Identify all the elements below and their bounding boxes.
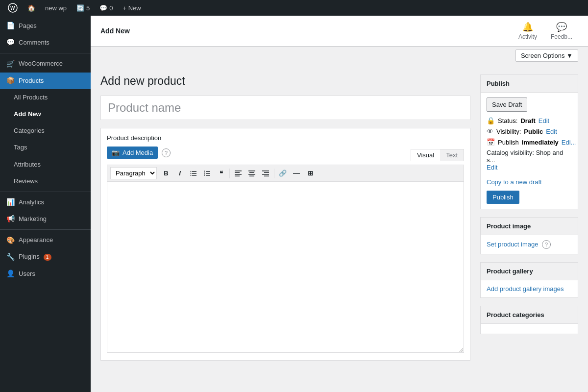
site-name-label: new wp (45, 4, 67, 12)
copy-draft-link[interactable]: Copy to a new draft (487, 178, 542, 186)
sidebar-item-pages[interactable]: 📄 Pages (0, 18, 91, 34)
product-image-panel: Product image Set product image ? (480, 217, 578, 254)
visibility-label: Visibility: (496, 128, 521, 135)
sidebar-sub-categories[interactable]: Categories (0, 122, 91, 139)
visibility-edit-link[interactable]: Edit (546, 128, 557, 135)
visibility-value: Public (524, 128, 543, 135)
help-icon[interactable]: ? (162, 148, 171, 157)
grid-button[interactable]: ⊞ (304, 168, 317, 179)
home-icon-button[interactable]: 🏠 (24, 0, 39, 16)
feedback-icon: 💬 (556, 22, 567, 32)
status-edit-link[interactable]: Edit (539, 117, 549, 124)
description-box-title: Product description (107, 134, 464, 142)
status-row: 🔒 Status: Draft Edit (487, 117, 572, 124)
hr-button[interactable] (290, 168, 303, 179)
sidebar-label-users: Users (19, 270, 35, 278)
add-media-button[interactable]: 📷 Add Media (107, 147, 158, 159)
new-content-button[interactable]: + New (119, 0, 145, 16)
sidebar-sub-attributes[interactable]: Attributes (0, 156, 91, 173)
sidebar-item-products[interactable]: 📦 Products (0, 73, 91, 89)
svg-rect-15 (235, 172, 240, 173)
sidebar-label-appearance: Appearance (19, 236, 53, 245)
publish-value: immediately (522, 139, 559, 146)
wp-logo-button[interactable]: W (4, 0, 22, 16)
updates-button[interactable]: 🔄 5 (73, 0, 94, 16)
admin-bar: W 🏠 new wp 🔄 5 💬 0 + New (0, 0, 588, 16)
svg-rect-25 (264, 175, 269, 176)
align-left-button[interactable] (232, 168, 245, 179)
product-image-help-icon[interactable]: ? (542, 240, 551, 249)
product-image-panel-header: Product image (481, 218, 578, 235)
catalog-visibility-section: Catalog visibility: Shop and s... Edit (487, 149, 572, 171)
comments-count: 0 (109, 4, 113, 12)
sidebar-section-main: 📄 Pages 💬 Comments 🛒 WooCommerce 📦 Produ… (0, 16, 91, 284)
align-right-button[interactable] (259, 168, 272, 179)
comments-button[interactable]: 💬 0 (96, 0, 117, 16)
visual-tab[interactable]: Visual (411, 149, 440, 161)
sidebar-sub-add-new[interactable]: Add New (0, 106, 91, 122)
paragraph-select[interactable]: Paragraph (110, 167, 157, 179)
link-button[interactable]: 🔗 (276, 168, 289, 179)
set-product-image-link[interactable]: Set product image (487, 241, 539, 248)
analytics-icon: 📊 (6, 198, 15, 207)
add-gallery-images-link[interactable]: Add product gallery images (487, 285, 564, 293)
site-name-button[interactable]: new wp (41, 0, 71, 16)
product-name-input[interactable] (100, 96, 470, 120)
sidebar-sub-reviews[interactable]: Reviews (0, 173, 91, 190)
sidebar-item-appearance[interactable]: 🎨 Appearance (0, 232, 91, 248)
status-icon: 🔒 (487, 117, 495, 124)
save-draft-button[interactable]: Save Draft (487, 98, 527, 112)
svg-point-6 (191, 172, 192, 173)
sidebar-item-marketing[interactable]: 📢 Marketing (0, 211, 91, 227)
sidebar-item-users[interactable]: 👤 Users (0, 266, 91, 282)
svg-rect-23 (264, 172, 269, 173)
plugins-icon: 🔧 (6, 253, 15, 262)
format-toolbar: Paragraph B I 123 ❝ (107, 165, 464, 181)
text-tab[interactable]: Text (440, 149, 464, 161)
publish-time-row: 📅 Publish immediately Edi... (487, 138, 572, 146)
status-value: Draft (520, 117, 535, 124)
svg-rect-26 (293, 173, 300, 174)
ordered-list-button[interactable]: 123 (201, 168, 214, 179)
updates-count: 5 (86, 4, 90, 12)
sidebar-item-comments[interactable]: 💬 Comments (0, 34, 91, 51)
product-categories-panel: Product categories (480, 306, 578, 334)
sidebar-label-woocommerce: WooCommerce (19, 59, 63, 68)
product-description-editor[interactable] (107, 181, 464, 353)
sidebar-item-analytics[interactable]: 📊 Analytics (0, 194, 91, 211)
svg-rect-19 (249, 172, 254, 173)
visibility-row: 👁 Visibility: Public Edit (487, 127, 572, 135)
publish-button[interactable]: Publish (487, 191, 519, 204)
pages-icon: 📄 (6, 22, 15, 30)
header-actions: 🔔 Activity 💬 Feedb... (513, 20, 578, 42)
product-categories-panel-header: Product categories (481, 306, 578, 324)
main-layout: 📄 Pages 💬 Comments 🛒 WooCommerce 📦 Produ… (0, 16, 588, 392)
feedback-tab[interactable]: 💬 Feedb... (545, 20, 578, 42)
catalog-edit-link[interactable]: Edit (487, 164, 497, 171)
marketing-icon: 📢 (6, 215, 15, 223)
sidebar-item-woocommerce[interactable]: 🛒 WooCommerce (0, 55, 91, 72)
italic-button[interactable]: I (173, 168, 186, 179)
content-header-title: Add New (100, 27, 130, 35)
svg-rect-4 (192, 175, 196, 176)
bold-button[interactable]: B (160, 168, 172, 179)
sidebar-label-products: Products (19, 76, 44, 85)
svg-point-5 (191, 171, 192, 172)
activity-tab[interactable]: 🔔 Activity (513, 20, 543, 42)
align-center-button[interactable] (245, 168, 258, 179)
sidebar-item-plugins[interactable]: 🔧 Plugins 1 (0, 248, 91, 265)
publish-panel: Publish Save Draft 🔒 Status: Draft Edit … (480, 74, 578, 209)
sidebar-sub-all-products[interactable]: All Products (0, 89, 91, 106)
screen-options-button[interactable]: Screen Options ▼ (515, 49, 578, 62)
unordered-list-button[interactable] (187, 168, 200, 179)
publish-button-row: Publish (487, 191, 572, 204)
blockquote-button[interactable]: ❝ (215, 168, 227, 179)
content-header: Add New 🔔 Activity 💬 Feedb... (91, 16, 588, 47)
sidebar-sub-label-all-products: All Products (14, 93, 48, 102)
product-categories-panel-body (481, 324, 578, 334)
sidebar-sep-1 (0, 53, 91, 53)
sidebar-sub-tags[interactable]: Tags (0, 139, 91, 156)
svg-rect-24 (262, 174, 269, 175)
publish-edit-link[interactable]: Edi... (562, 139, 576, 146)
product-gallery-panel-header: Product gallery (481, 263, 578, 280)
